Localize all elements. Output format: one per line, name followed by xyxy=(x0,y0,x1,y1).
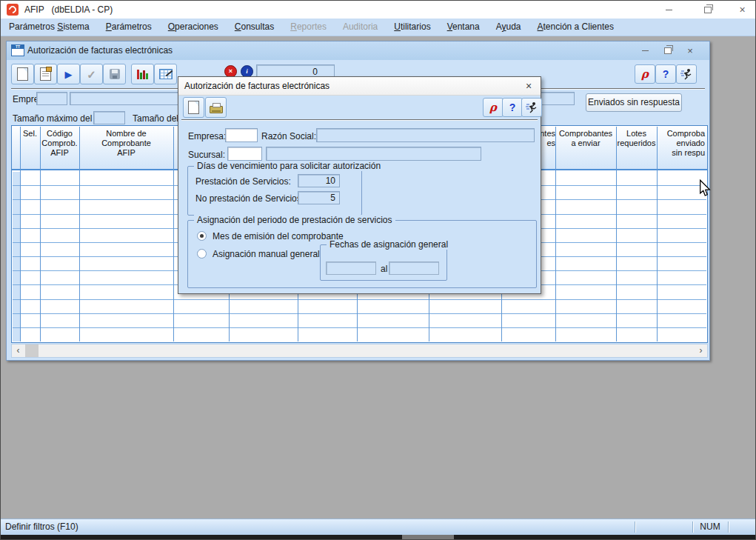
lote-size-label-truncated: Tamaño del l xyxy=(133,113,180,124)
fecha-desde-input[interactable] xyxy=(326,261,376,275)
header-codigo[interactable]: CódigoComprob.AFIP xyxy=(40,129,79,158)
x-icon: × xyxy=(229,67,233,75)
column-gridline xyxy=(616,127,617,341)
radio-asignacion-manual[interactable] xyxy=(197,249,207,259)
header-sel[interactable]: Sel. xyxy=(20,129,40,139)
close-button[interactable]: × xyxy=(730,1,755,19)
confirm-button[interactable]: ✓ xyxy=(80,64,103,84)
play-icon: ▶ xyxy=(65,70,73,79)
maximize-icon xyxy=(664,47,672,54)
app-titlebar: AFIP (dbELDIA - CP) × xyxy=(1,1,755,19)
column-gridline xyxy=(79,127,80,341)
child-maximize-button[interactable] xyxy=(659,44,677,58)
dialog-titlebar: Autorización de facturas electrónicas × xyxy=(178,77,541,96)
scroll-left-button[interactable]: ‹ xyxy=(12,344,24,357)
dialog-empresa-input[interactable] xyxy=(225,128,258,142)
fecha-hasta-input[interactable] xyxy=(389,261,439,275)
column-gridline xyxy=(555,127,556,341)
new-document-icon xyxy=(17,67,28,81)
child-minimize-button[interactable] xyxy=(636,44,654,58)
empresa-code-field[interactable] xyxy=(36,92,67,105)
sucursal-input[interactable] xyxy=(227,147,262,161)
header-truncated-right[interactable]: Comprobaenviadosin respu xyxy=(658,129,708,158)
new-record-button[interactable] xyxy=(11,64,34,84)
dialog-exit-button[interactable]: ρ xyxy=(483,98,504,117)
lote-max-field[interactable] xyxy=(93,111,125,124)
razon-social-label: Razón Social: xyxy=(261,131,316,141)
menu-operaciones[interactable]: Operaciones xyxy=(160,19,227,36)
grid-edit-button[interactable] xyxy=(154,64,177,84)
dialog-empresa-label: Empresa: xyxy=(188,131,226,141)
exit-button[interactable]: ρ xyxy=(635,64,655,84)
header-lotes[interactable]: Lotesrequeridos xyxy=(616,129,657,148)
table-row xyxy=(13,300,706,314)
batch-view-button[interactable] xyxy=(131,64,154,84)
menu-atencion-clientes[interactable]: Atención a Clientes xyxy=(529,19,622,36)
minimize-button[interactable] xyxy=(652,1,686,19)
close-form-button[interactable] xyxy=(676,64,697,84)
table-row xyxy=(13,314,706,328)
column-gridline xyxy=(40,127,41,341)
menu-parametros[interactable]: Parámetros xyxy=(98,19,160,36)
menu-parametros-sistema[interactable]: Parámetros Sistema xyxy=(1,19,98,36)
dialog-help-button[interactable]: ? xyxy=(502,98,523,117)
prestacion-label: Prestación de Servicios: xyxy=(195,176,291,187)
save-button[interactable] xyxy=(103,64,126,84)
dialog-new-button[interactable] xyxy=(183,97,204,118)
form-window-icon xyxy=(11,44,24,56)
afip-app-icon xyxy=(7,4,19,16)
menu-ventana[interactable]: Ventana xyxy=(439,19,488,36)
header-truncated-mid[interactable]: nteses xyxy=(539,129,555,148)
help-button[interactable]: ? xyxy=(655,64,676,84)
dialog-close-button[interactable]: × xyxy=(521,79,536,93)
no-prestacion-field[interactable]: 5 xyxy=(298,191,340,204)
colored-bars-icon xyxy=(137,69,148,79)
statusbar-message: Definir filtros (F10) xyxy=(5,519,78,535)
scroll-right-button[interactable]: › xyxy=(695,344,707,357)
close-icon: × xyxy=(687,45,693,56)
menu-consultas[interactable]: Consultas xyxy=(227,19,282,36)
app-title: AFIP (dbELDIA - CP) xyxy=(24,1,113,19)
radio-mes-emision[interactable] xyxy=(197,231,207,241)
child-title: Autorización de facturas electrónicas xyxy=(27,41,173,60)
statusbar-separator xyxy=(635,521,635,533)
sucursal-desc-field xyxy=(266,147,481,161)
form-properties-icon xyxy=(40,67,51,81)
radio-mes-emision-label: Mes de emisión del comprobante xyxy=(213,231,344,241)
header-nombre[interactable]: Nombre deComprobanteAFIP xyxy=(79,129,173,158)
minimize-icon xyxy=(642,50,649,51)
rho-exit-icon: ρ xyxy=(641,69,649,80)
check-icon: ✓ xyxy=(87,69,96,80)
menu-utilitarios[interactable]: Utilitarios xyxy=(386,19,438,36)
menu-ayuda[interactable]: Ayuda xyxy=(488,19,529,36)
num-lock-indicator: NUM xyxy=(692,519,728,535)
statusbar: Definir filtros (F10) NUM xyxy=(1,519,755,535)
horizontal-scrollbar[interactable]: ‹ › xyxy=(11,344,708,358)
asignacion-groupbox: Asignación del periodo de prestación de … xyxy=(187,220,537,288)
taskbar-fragment xyxy=(402,535,454,540)
child-close-button[interactable]: × xyxy=(681,44,699,58)
radio-asignacion-manual-label: Asignación manual general xyxy=(213,249,320,259)
dialog-print-button[interactable] xyxy=(205,97,227,118)
fechas-group-title: Fechas de asignación general xyxy=(327,239,451,250)
minimize-icon xyxy=(666,10,672,10)
vencimiento-group-title: Días de vencimiento para solicitar autor… xyxy=(194,161,384,171)
dialog-window: Autorización de facturas electrónicas × … xyxy=(178,76,541,294)
properties-button[interactable] xyxy=(34,64,57,84)
dialog-title: Autorización de facturas electrónicas xyxy=(184,77,330,95)
scrollbar-thumb[interactable] xyxy=(25,344,39,357)
header-a-enviar[interactable]: Comprobantesa enviar xyxy=(555,129,616,148)
restore-button[interactable] xyxy=(691,1,724,19)
sucursal-label: Sucursal: xyxy=(188,150,225,160)
prestacion-field[interactable]: 10 xyxy=(298,174,340,187)
execute-button[interactable]: ▶ xyxy=(57,64,80,84)
dialog-close-form-button[interactable] xyxy=(521,98,542,117)
question-icon: ? xyxy=(509,102,516,113)
enviados-sin-respuesta-button[interactable]: Enviados sin respuesta xyxy=(586,93,682,112)
restore-icon xyxy=(704,7,712,13)
runner-icon xyxy=(525,101,538,114)
asignacion-group-title: Asignación del periodo de prestación de … xyxy=(194,215,395,225)
mouse-cursor xyxy=(699,179,711,197)
application-window: AFIP (dbELDIA - CP) × Parámetros Sistema… xyxy=(0,0,756,540)
no-prestacion-label: No prestación de Servicios: xyxy=(195,193,304,204)
